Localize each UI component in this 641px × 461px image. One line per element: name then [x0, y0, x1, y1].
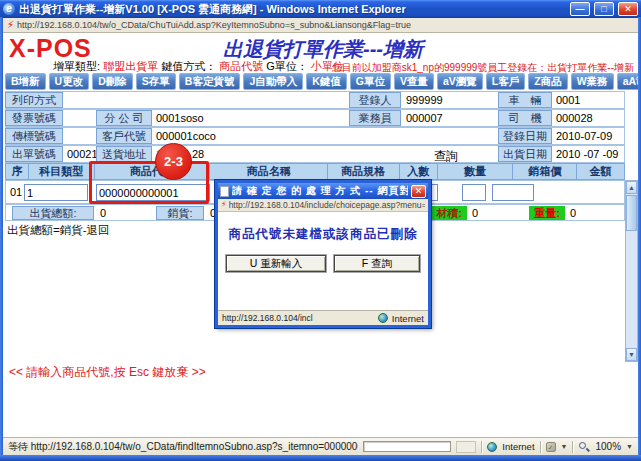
toolbar-button-delete[interactable]: D刪除	[92, 73, 133, 90]
invoice-no-label: 發票號碼	[5, 110, 63, 126]
form-row-invoice: 發票號碼 分 公 司 0001soso 業務員 000007 司 機 00002…	[5, 109, 625, 127]
scroll-down-button[interactable]: ▼	[626, 348, 637, 361]
subject-type-input[interactable]	[24, 184, 88, 201]
dialog-body: 商品代號未建檔或該商品已刪除 U 重新輸入 F 查詢	[218, 212, 428, 310]
branch-label: 分 公 司	[96, 110, 152, 126]
toolbar-button-browse[interactable]: aV瀏覽	[437, 73, 483, 90]
ie-logo-icon: e	[3, 3, 15, 15]
divider	[540, 441, 541, 453]
toolbar-button-driver[interactable]: aA司機	[617, 73, 638, 90]
zoom-magnifier-icon[interactable]	[578, 441, 590, 453]
label-no-label: 傳標號碼	[5, 128, 63, 144]
key-mode-value: 商品代號	[219, 60, 263, 72]
toolbar-button-product[interactable]: Z商品	[528, 73, 567, 90]
dialog-query-button[interactable]: F 查詢	[334, 255, 420, 272]
dialog-address-bar: ⚡ http://192.168.0.104/include/choicepag…	[218, 199, 428, 212]
status-bar: 等待 http://192.168.0.104/tw/o_CData/findI…	[3, 437, 638, 455]
toolbar-button-key-value[interactable]: K鍵值	[306, 73, 347, 90]
info-bar: 增單類型: 聯盟出貨單 鍵值方式： 商品代號 G單位： 小單位	[53, 59, 344, 74]
divider	[481, 441, 482, 453]
row-seq: 01	[10, 186, 22, 198]
dialog-zone-label: Internet	[392, 313, 424, 324]
maximize-button[interactable]: □	[594, 2, 614, 16]
dialog-status-url: http://192.168.0.104/incl	[222, 313, 374, 323]
col-pack-qty: 入數	[399, 164, 437, 179]
col-item-spec: 商品規格	[327, 164, 399, 179]
login-user-label: 登錄人	[349, 92, 401, 108]
salesman-label: 業務員	[349, 110, 401, 126]
toolbar-button-auto-import[interactable]: J自動帶入	[243, 73, 303, 90]
status-pane	[456, 441, 476, 453]
driver-label: 司 機	[498, 110, 552, 126]
dialog-close-button[interactable]: ✕	[411, 185, 426, 198]
title-bar: e 出退貨打單作業--增新V1.00 [X-POS 雲通商務網] - Windo…	[0, 0, 641, 18]
form-row-print: 列印方式 登錄人 999999 車 輛 0001	[5, 91, 625, 109]
hint-text: << 請輸入商品代號,按 Esc 鍵放棄 >>	[9, 364, 206, 381]
address-bar[interactable]: ⚡ http://192.168.0.104/tw/o_CData/ChuTui…	[3, 18, 638, 33]
weight-value: 0	[570, 207, 576, 219]
ship-date-label: 出貨日期	[498, 146, 552, 162]
toolbar-button-save[interactable]: S存單	[136, 73, 176, 90]
col-subject-type: 科目類型	[28, 164, 94, 179]
dialog-page-icon	[220, 186, 229, 197]
ship-date-value: 2010 -07 -09	[556, 148, 618, 160]
toolbar-button-unit[interactable]: G單位	[350, 73, 391, 90]
toolbar-button-update[interactable]: U更改	[49, 73, 90, 90]
order-no-label: 出單號碼	[5, 146, 63, 162]
divider	[572, 441, 573, 453]
zoom-dropdown-caret[interactable]: ▼	[626, 443, 633, 450]
box-price-input[interactable]	[492, 184, 534, 201]
scroll-up-button[interactable]: ▲	[626, 181, 637, 194]
dialog-address-url: http://192.168.0.104/include/choicepage.…	[229, 200, 425, 210]
page-content: X-POS 出退貨打單作業---增新 增單類型: 聯盟出貨單 鍵值方式： 商品代…	[3, 33, 638, 437]
dialog-title: 請 確 定 您 的 處 理 方 式 -- 網頁對...	[232, 184, 408, 198]
toolbar-button-custom-item-code[interactable]: B客定貨號	[179, 73, 241, 90]
vehicle-label: 車 輛	[498, 92, 552, 108]
close-button[interactable]: ✕	[618, 2, 638, 16]
branch-value: 0001soso	[156, 112, 204, 124]
unit-label: G單位：	[266, 60, 308, 72]
form-row-label-no: 傳標號碼 客戶代號 000001coco 登錄日期 2010-07-09	[5, 127, 625, 145]
dialog-message: 商品代號未建檔或該商品已刪除	[218, 226, 428, 243]
security-dropdown-caret[interactable]: ▼	[561, 443, 568, 450]
customer-code-label: 客戶代號	[96, 128, 152, 144]
col-seq: 序	[6, 164, 28, 179]
minimize-button[interactable]: —	[570, 2, 590, 16]
salesman-value: 000007	[406, 112, 443, 124]
sales-label: 銷貨:	[156, 206, 204, 220]
toolbar-button-customer[interactable]: L客戶	[486, 73, 525, 90]
dialog-title-bar: 請 確 定 您 的 處 理 方 式 -- 網頁對... ✕	[218, 183, 428, 199]
ship-total-label: 出貨總額:	[12, 206, 94, 220]
zone-label: Internet	[502, 441, 534, 452]
driver-value: 000028	[556, 112, 593, 124]
retry-input-button[interactable]: U 重新輸入	[226, 255, 326, 272]
formula-text: 出貨總額=銷貨-退回	[7, 223, 110, 238]
toolbar-button-salesman[interactable]: W業務	[571, 73, 614, 90]
toolbar: B增新 U更改 D刪除 S存單 B客定貨號 J自動帶入 K鍵值 G單位 V查量 …	[5, 73, 638, 90]
login-user-value: 999999	[406, 94, 443, 106]
col-item-name: 商品名稱	[209, 164, 327, 179]
scrollbar-thumb[interactable]	[626, 195, 637, 231]
security-filter-icon[interactable]: ✓	[546, 442, 556, 452]
order-type-label: 增單類型:	[53, 60, 100, 72]
internet-globe-icon	[487, 442, 497, 452]
address-url[interactable]: http://192.168.0.104/tw/o_CData/ChuTuiAd…	[17, 20, 411, 30]
customer-code-value: 000001coco	[156, 130, 216, 142]
toolbar-button-check-quantity[interactable]: V查量	[394, 73, 434, 90]
zoom-level[interactable]: 100%	[595, 441, 621, 452]
volume-label: 材積:	[431, 206, 467, 220]
ship-address-value-end: 28	[192, 148, 204, 160]
table-scrollbar[interactable]: ▲ ▼	[625, 180, 638, 362]
toolbar-button-add[interactable]: B增新	[5, 73, 46, 90]
volume-value: 0	[472, 207, 478, 219]
error-page-icon: ⚡	[7, 20, 14, 30]
progress-bar	[363, 441, 451, 452]
reg-date-label: 登錄日期	[498, 128, 552, 144]
quantity-input[interactable]	[462, 184, 486, 201]
vehicle-value: 0001	[556, 94, 580, 106]
window-border-bottom	[0, 455, 641, 461]
dialog-error-page-icon: ⚡	[221, 200, 227, 210]
reg-date-value: 2010-07-09	[556, 130, 612, 142]
ship-address-label: 送貨地址	[96, 146, 152, 162]
col-amount: 金額	[576, 164, 624, 179]
